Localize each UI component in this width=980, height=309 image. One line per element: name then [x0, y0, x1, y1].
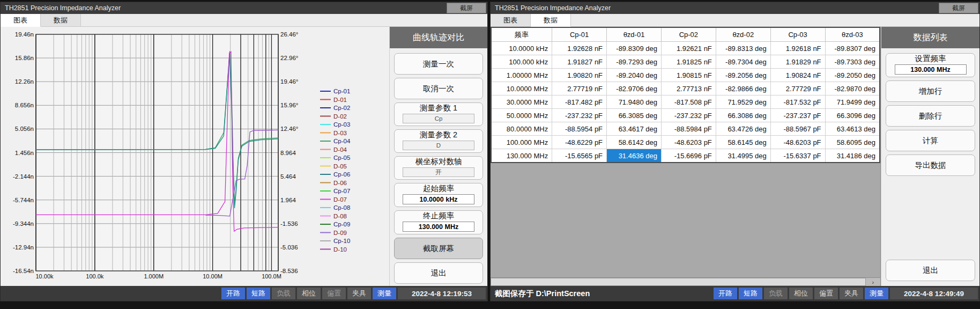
table-cell[interactable]: -15.6337 pF — [770, 149, 825, 163]
log-x-axis-toggle[interactable]: 横坐标对数轴开 — [394, 156, 483, 180]
tab-data[interactable]: 数据 — [531, 14, 571, 27]
table-cell[interactable]: 63.4726 deg — [716, 122, 770, 136]
stop-freq-field[interactable]: 终止频率130.000 MHz — [394, 210, 483, 234]
table-cell[interactable]: 1.91829 nF — [770, 55, 825, 69]
table-cell[interactable]: 80.0000 MHz — [491, 122, 552, 136]
selected-cell[interactable]: 31.4636 deg — [607, 149, 662, 163]
table-cell[interactable]: -82.9866 deg — [716, 82, 770, 95]
table-cell[interactable]: 63.4613 deg — [825, 122, 880, 136]
measure-button[interactable]: 测量 — [865, 288, 888, 299]
tab-chart[interactable]: 图表 — [1, 14, 41, 27]
table-cell[interactable]: 1.92628 nF — [552, 42, 607, 55]
table-cell[interactable]: -89.8307 deg — [825, 42, 880, 55]
table-cell[interactable]: -88.5984 pF — [661, 122, 716, 136]
set-freq-field-input[interactable]: 130.000 MHz — [895, 64, 967, 75]
table-cell[interactable]: 1.91827 nF — [552, 55, 607, 69]
fixture-button[interactable]: 夹具 — [840, 288, 863, 299]
table-cell[interactable]: 10.0000 MHz — [491, 82, 552, 95]
measure-param-2-button-value[interactable]: D — [403, 141, 474, 150]
table-cell[interactable]: -89.2056 deg — [716, 69, 770, 82]
start-freq-field[interactable]: 起始频率10.0000 kHz — [394, 183, 483, 207]
load-button[interactable]: 负载 — [272, 288, 295, 299]
log-x-axis-toggle-value[interactable]: 开 — [403, 167, 474, 177]
table-cell[interactable]: -88.5967 pF — [770, 122, 825, 136]
table-cell[interactable]: 63.4617 deg — [607, 122, 662, 136]
table-cell[interactable]: -48.6203 pF — [661, 136, 716, 149]
fixture-button[interactable]: 夹具 — [347, 288, 371, 299]
table-cell[interactable]: 1.90824 nF — [770, 69, 825, 82]
open-circuit-button[interactable]: 开路 — [221, 288, 245, 299]
table-cell[interactable]: -817.508 pF — [661, 95, 716, 109]
table-cell[interactable]: -237.232 pF — [552, 109, 607, 122]
table-cell[interactable]: 1.92621 nF — [661, 42, 716, 55]
horizontal-scrollbar[interactable]: › — [491, 277, 880, 286]
calculate-button[interactable]: 计算 — [886, 130, 975, 151]
bias-button[interactable]: 偏置 — [814, 288, 838, 299]
table-cell[interactable]: -237.237 pF — [770, 109, 825, 122]
table-cell[interactable]: -82.9870 deg — [825, 82, 880, 95]
capture-screen-button[interactable]: 截取屏幕 — [394, 238, 483, 259]
table-cell[interactable]: 31.4995 deg — [716, 149, 770, 163]
table-cell[interactable]: 1.00000 MHz — [491, 69, 552, 82]
table-cell[interactable]: 130.000 MHz — [491, 149, 552, 163]
table-cell[interactable]: -237.232 pF — [661, 109, 716, 122]
exit-button[interactable]: 退出 — [886, 260, 975, 281]
exit-button[interactable]: 退出 — [394, 262, 483, 284]
phase-button[interactable]: 相位 — [789, 288, 813, 299]
table-cell[interactable]: -89.8309 deg — [607, 42, 662, 55]
measure-param-1-button-value[interactable]: Cp — [403, 114, 474, 123]
tab-data[interactable]: 数据 — [41, 14, 81, 26]
screenshot-button[interactable]: 截屏 — [939, 3, 978, 13]
set-freq-field[interactable]: 设置频率130.000 MHz — [886, 53, 975, 77]
table-cell[interactable]: -89.7303 deg — [825, 55, 880, 69]
table-cell[interactable]: -89.7293 deg — [607, 55, 662, 69]
table-cell[interactable]: -817.532 pF — [770, 95, 825, 109]
table-cell[interactable]: -48.6229 pF — [552, 136, 607, 149]
short-circuit-button[interactable]: 短路 — [739, 288, 762, 299]
screenshot-button[interactable]: 截屏 — [447, 3, 486, 13]
table-cell[interactable]: 66.3085 deg — [607, 109, 662, 122]
scrollbar-right-arrow-icon[interactable]: › — [866, 278, 880, 286]
measure-button[interactable]: 测量 — [373, 288, 396, 299]
table-cell[interactable]: 1.90820 nF — [552, 69, 607, 82]
table-cell[interactable]: -817.482 pF — [552, 95, 607, 109]
table-cell[interactable]: -89.2050 deg — [825, 69, 880, 82]
table-cell[interactable]: -89.7304 deg — [716, 55, 770, 69]
table-cell[interactable]: -48.6203 pF — [770, 136, 825, 149]
table-cell[interactable]: 71.9499 deg — [825, 95, 880, 109]
table-cell[interactable]: 58.6142 deg — [607, 136, 662, 149]
table-cell[interactable]: 10.0000 kHz — [491, 42, 552, 55]
add-row-button[interactable]: 增加行 — [886, 80, 975, 102]
table-cell[interactable]: -89.8313 deg — [716, 42, 770, 55]
scrollbar-thumb[interactable] — [491, 278, 866, 286]
table-cell[interactable]: 71.9529 deg — [716, 95, 770, 109]
table-cell[interactable]: 2.77729 nF — [770, 82, 825, 95]
start-freq-field-input[interactable]: 10.0000 kHz — [403, 194, 474, 204]
load-button[interactable]: 负载 — [764, 288, 788, 299]
cancel-once-button[interactable]: 取消一次 — [394, 78, 483, 99]
delete-row-button[interactable]: 删除行 — [886, 105, 975, 127]
export-data-button[interactable]: 导出数据 — [886, 154, 975, 176]
table-cell[interactable]: -15.6696 pF — [661, 149, 716, 163]
table-cell[interactable]: 50.0000 MHz — [491, 109, 552, 122]
table-cell[interactable]: -89.2040 deg — [607, 69, 662, 82]
bias-button[interactable]: 偏置 — [322, 288, 346, 299]
table-cell[interactable]: 71.9480 deg — [607, 95, 662, 109]
table-cell[interactable]: 100.000 kHz — [491, 55, 552, 69]
measure-param-1-button[interactable]: 测量参数 1Cp — [394, 102, 483, 126]
measure-param-2-button[interactable]: 测量参数 2D — [394, 129, 483, 153]
table-cell[interactable]: 1.90815 nF — [661, 69, 716, 82]
table-cell[interactable]: 1.91825 nF — [661, 55, 716, 69]
table-cell[interactable]: 31.4186 deg — [825, 149, 880, 163]
table-cell[interactable]: -82.9706 deg — [607, 82, 662, 95]
table-cell[interactable]: 58.6145 deg — [716, 136, 770, 149]
table-cell[interactable]: -88.5954 pF — [552, 122, 607, 136]
tab-chart[interactable]: 图表 — [491, 14, 531, 26]
table-cell[interactable]: 2.77719 nF — [552, 82, 607, 95]
table-cell[interactable]: 66.3096 deg — [825, 109, 880, 122]
open-circuit-button[interactable]: 开路 — [714, 288, 737, 299]
measure-once-button[interactable]: 测量一次 — [394, 53, 483, 75]
short-circuit-button[interactable]: 短路 — [247, 288, 270, 299]
table-cell[interactable]: 1.92618 nF — [770, 42, 825, 55]
table-cell[interactable]: 100.000 MHz — [491, 136, 552, 149]
